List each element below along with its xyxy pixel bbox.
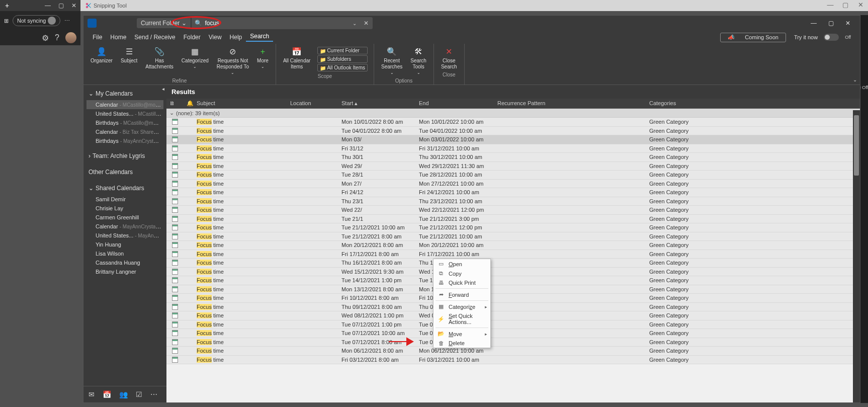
try-it-toggle[interactable]: Try it now Off	[790, 34, 855, 41]
col-icon[interactable]: 🗎	[166, 100, 184, 107]
nav-item[interactable]: Carmen Greenhill	[86, 213, 163, 222]
nav-team[interactable]: ›Team: Archie Lygris	[86, 149, 163, 162]
col-reminder[interactable]: 🔔	[184, 100, 194, 107]
has-attachments-button[interactable]: 📎Has Attachments	[142, 46, 177, 77]
scope-current-folder[interactable]: 📁Current Folder	[317, 47, 368, 54]
close-icon[interactable]: ✕	[840, 20, 856, 27]
snip-min-icon[interactable]: —	[823, 0, 838, 10]
nav-item[interactable]: Birthdays - MCastillo@morrow...	[86, 118, 163, 127]
more-icon[interactable]: ⋯	[64, 18, 71, 24]
subject-button[interactable]: ☰Subject	[118, 46, 140, 77]
table-row[interactable]: Focus timeMon 13/12/2021 8:00 amMon 13/1…	[166, 285, 860, 294]
table-row[interactable]: Focus timeFri 17/12/2021 8:00 amFri 17/1…	[166, 250, 860, 259]
table-row[interactable]: Focus timeWed 15/12/2021 9:30 amWed 15/1…	[166, 268, 860, 277]
browser-max-icon[interactable]: ▢	[54, 2, 67, 9]
col-subject[interactable]: Subject	[194, 100, 287, 107]
nav-item[interactable]: Calendar - Biz Tax Shared Cale...	[86, 127, 163, 136]
table-row[interactable]: Focus timeFri 10/12/2021 8:00 amFri 10/1…	[166, 294, 860, 303]
search-clear-icon[interactable]: ✕	[360, 20, 373, 27]
col-categories[interactable]: Categories	[646, 100, 860, 107]
col-recurrence[interactable]: Recurrence Pattern	[494, 100, 646, 107]
nav-item[interactable]: Lisa Wilson	[86, 249, 163, 258]
snip-max-icon[interactable]: ▢	[838, 0, 853, 10]
menu-folder[interactable]: Folder	[180, 34, 205, 41]
ctx-open[interactable]: ▭Open	[433, 259, 490, 269]
col-start[interactable]: Start ▴	[338, 100, 416, 107]
table-row[interactable]: Focus timeTue 21/12/2021 10:00 amTue 21/…	[166, 223, 860, 232]
table-row[interactable]: Focus timeFri 24/12Fri 24/12/2021 10:00 …	[166, 188, 860, 197]
table-row[interactable]: Focus timeTue 14/12/2021 1:00 pmTue 14/1…	[166, 276, 860, 285]
table-row[interactable]: Focus timeTue 07/12/2021 8:00 amTue 07/1…	[166, 338, 860, 347]
table-row[interactable]: Focus timeTue 07/12/2021 1:00 pmTue 07/1…	[166, 320, 860, 330]
menu-send-receive[interactable]: Send / Receive	[130, 34, 179, 41]
nav-item[interactable]: Calendar - MCastillo@morrow...	[86, 100, 163, 109]
table-row[interactable]: Focus timeWed 08/12/2021 1:00 pmWed 08/1…	[166, 311, 860, 320]
search-input[interactable]	[192, 17, 350, 29]
scrollbar[interactable]	[853, 110, 860, 402]
nav-item[interactable]: Calendar - MayAnnCrystalyn.C...	[86, 222, 163, 231]
table-row[interactable]: Focus timeTue 21/12/2021 8:00 amTue 21/1…	[166, 232, 860, 241]
new-tab-icon[interactable]: +	[5, 2, 9, 10]
requests-not-responded-button[interactable]: ⊘Requests Not Responded To⌄	[214, 46, 252, 77]
people-icon[interactable]: 👥	[119, 390, 128, 398]
table-row[interactable]: Focus timeWed 29/Wed 29/12/2021 11:30 am…	[166, 162, 860, 171]
col-location[interactable]: Location	[287, 100, 338, 107]
nav-other-calendars[interactable]: Other Calendars	[83, 165, 166, 180]
snip-close-icon[interactable]: ✕	[853, 0, 868, 10]
menu-view[interactable]: View	[205, 34, 226, 41]
organizer-button[interactable]: 👤Organizer	[88, 46, 116, 77]
table-row[interactable]: Focus timeMon 10/01/2022 8:00 amMon 10/0…	[166, 118, 860, 127]
table-row[interactable]: Focus timeMon 03/Mon 03/01/2022 10:00 am…	[166, 135, 860, 144]
table-row[interactable]: Focus timeTue 21/1Tue 21/12/2021 3:00 pm…	[166, 215, 860, 224]
nav-item[interactable]: United States... - MayAnnCrys...	[86, 231, 163, 240]
browser-min-icon[interactable]: —	[41, 2, 54, 9]
nav-item[interactable]: Birthdays - MayAnnCrystalyn.C...	[86, 136, 163, 145]
more-icon[interactable]: ⋯	[150, 390, 157, 398]
categorized-button[interactable]: ▦Categorized⌄	[179, 46, 212, 77]
ctx-quick-print[interactable]: 🖶Quick Print	[433, 278, 490, 287]
sync-status[interactable]: Not syncing	[13, 15, 60, 26]
all-calendar-items-button[interactable]: 📅All Calendar Items	[280, 46, 313, 72]
nav-collapse-icon[interactable]: ◂	[162, 86, 164, 92]
nav-item[interactable]: United States... - MCastillo@...	[86, 109, 163, 118]
ctx-copy[interactable]: ⧉Copy	[433, 269, 490, 278]
ctx-set-quick-actions[interactable]: ⚡Set Quick Actions...	[433, 311, 490, 327]
table-row[interactable]: Focus timeTue 28/1Tue 28/12/2021 10:00 a…	[166, 171, 860, 180]
table-row[interactable]: Focus timeMon 20/12/2021 8:00 amMon 20/1…	[166, 241, 860, 250]
mail-icon[interactable]: ✉	[89, 390, 95, 398]
menu-file[interactable]: File	[89, 34, 106, 41]
close-search-button[interactable]: ✕Close Search	[438, 46, 460, 71]
scope-all-outlook[interactable]: 📁All Outlook Items	[317, 64, 368, 71]
table-row[interactable]: Focus timeTue 07/12/2021 10:00 amTue 07/…	[166, 329, 860, 338]
browser-close-icon[interactable]: ✕	[67, 2, 80, 9]
nav-item[interactable]: Cassandra Huang	[86, 258, 163, 267]
table-row[interactable]: Focus timeThu 23/1Thu 23/12/2021 10:00 a…	[166, 197, 860, 206]
workspace-icon[interactable]: ⊞	[4, 18, 9, 24]
nav-item[interactable]: Yin Huang	[86, 240, 163, 249]
nav-item[interactable]: Samil Demir	[86, 195, 163, 204]
settings-icon[interactable]: ⚙	[42, 33, 49, 43]
coming-soon-button[interactable]: 📣 Coming Soon	[720, 33, 786, 42]
col-end[interactable]: End	[416, 100, 494, 107]
profile-avatar[interactable]	[65, 32, 76, 43]
menu-help[interactable]: Help	[226, 34, 246, 41]
nav-my-calendars[interactable]: ⌄My Calendars	[86, 87, 163, 100]
menu-search[interactable]: Search	[246, 33, 273, 42]
search-tools-button[interactable]: 🛠Search Tools⌄	[407, 46, 429, 77]
table-row[interactable]: Focus timeTue 04/01/2022 8:00 amTue 04/0…	[166, 127, 860, 136]
tasks-icon[interactable]: ☑	[136, 390, 142, 398]
table-row[interactable]: Focus timeMon 27/Mon 27/12/2021 10:00 am…	[166, 180, 860, 189]
ctx-delete[interactable]: 🗑Delete	[433, 339, 490, 348]
table-row[interactable]: Focus timeThu 09/12/2021 8:00 amThu 09/1…	[166, 303, 860, 312]
scrollbar-thumb[interactable]	[854, 115, 859, 176]
table-row[interactable]: Focus timeFri 03/12/2021 8:00 amFri 03/1…	[166, 356, 860, 365]
search-dropdown-icon[interactable]: ⌄	[350, 21, 360, 26]
ctx-move[interactable]: 📂Move▸	[433, 329, 490, 339]
calendar-icon[interactable]: 📅	[103, 390, 111, 398]
minimize-icon[interactable]: —	[806, 20, 822, 27]
group-header[interactable]: ⌄ (none): 39 item(s)	[166, 109, 860, 118]
ctx-categorize[interactable]: ▦Categorize▸	[433, 302, 490, 311]
nav-shared-calendars[interactable]: ⌄Shared Calendars	[86, 182, 163, 195]
table-row[interactable]: Focus timeThu 30/1Thu 30/12/2021 10:00 a…	[166, 153, 860, 162]
table-row[interactable]: Focus timeWed 22/Wed 22/12/2021 12:00 pm…	[166, 206, 860, 215]
